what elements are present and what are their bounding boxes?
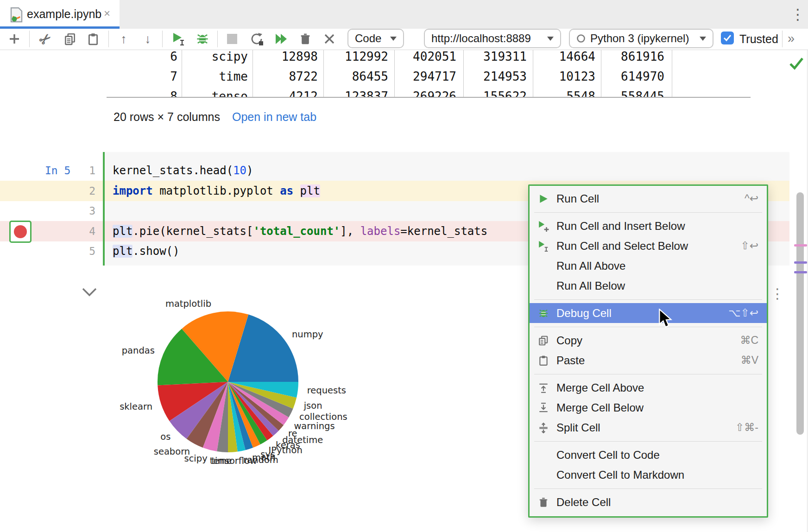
table-cell: 269226 [382, 87, 456, 98]
move-cell-down-button[interactable]: ↓ [139, 31, 156, 47]
pie-chart-output: numpymatplotlibpandassklearnosseabornsci… [56, 276, 426, 498]
menu-item-label: Copy [556, 334, 582, 347]
table-cell: 558445 [590, 87, 664, 98]
code-token: as [280, 184, 293, 197]
run-cell-button[interactable] [170, 31, 186, 47]
table-row[interactable]: 8tenso42121238372692261556225548558445 [0, 87, 808, 98]
vertical-scrollbar[interactable] [796, 192, 804, 435]
error-stripe-mark[interactable] [794, 271, 807, 273]
pie-label-os: os [160, 431, 170, 442]
tab-close-icon[interactable]: × [104, 0, 110, 28]
menu-item-paste[interactable]: Paste⌘V [530, 350, 767, 370]
menu-item-debug-cell[interactable]: Debug Cell⌥⇧↩ [530, 303, 767, 323]
add-cell-button[interactable] [6, 31, 23, 47]
error-stripe-mark[interactable] [794, 244, 807, 247]
pie-label-sklearn: sklearn [120, 401, 152, 412]
stop-kernel-button[interactable] [224, 31, 240, 47]
menu-item-run-cell-and-insert-below[interactable]: Run Cell and Insert Below [530, 216, 767, 236]
run-all-icon [274, 32, 288, 45]
chevron-down-icon [547, 37, 554, 41]
toolbar-separator [217, 31, 218, 47]
restart-kernel-button[interactable] [248, 31, 265, 47]
delete-cell-button[interactable] [297, 31, 314, 47]
breakpoint-icon[interactable] [14, 225, 27, 238]
code-token: plt [113, 245, 133, 258]
menu-separator [530, 296, 767, 303]
bug-icon [538, 307, 552, 319]
menu-item-split-cell[interactable]: Split Cell⇧⌘- [530, 418, 767, 437]
run-all-cells-button[interactable] [273, 31, 290, 47]
menu-item-run-all-below[interactable]: Run All Below [530, 276, 767, 296]
cell-options-kebab-icon[interactable]: ⋮ [769, 282, 786, 308]
move-cell-up-button[interactable]: ↑ [115, 31, 132, 47]
table-cell: 7 [103, 67, 177, 86]
menu-item-label: Run All Above [556, 260, 625, 272]
code-line[interactable]: plt.pie(kernel_stats['total_count'], lab… [113, 222, 487, 241]
code-line[interactable]: import matplotlib.pyplot as plt [113, 181, 320, 201]
menu-item-run-cell-and-select-below[interactable]: Run Cell and Select Below⇧↩ [530, 236, 767, 256]
menu-item-label: Merge Cell Above [556, 381, 644, 394]
line-number[interactable]: 3 [69, 201, 95, 221]
line-number[interactable]: 4 [69, 222, 95, 241]
jupyter-server-dropdown[interactable]: http://localhost:8889 [424, 29, 561, 48]
kernel-dropdown[interactable]: Python 3 (ipykernel) [569, 29, 713, 48]
open-in-new-tab-link[interactable]: Open in new tab [232, 110, 316, 124]
table-row[interactable]: 7time87228645529471721495310123614970 [0, 67, 808, 86]
paste-cell-button[interactable] [85, 31, 101, 47]
tab-example-ipynb[interactable]: example.ipynb × [0, 0, 120, 29]
table-cell: scipy [174, 50, 248, 66]
merge-below-icon [538, 402, 552, 414]
menu-item-convert-cell-to-code[interactable]: Convert Cell to Code [530, 445, 767, 465]
menu-item-label: Run Cell and Insert Below [556, 220, 685, 233]
copy-cell-button[interactable] [62, 31, 78, 47]
code-token: 'total_count' [253, 225, 340, 238]
run-icon [170, 32, 185, 46]
menu-item-convert-cell-to-markdown[interactable]: Convert Cell to Markdown [530, 465, 767, 485]
table-cell: 8722 [244, 67, 318, 86]
more-actions-chevron[interactable]: » [788, 29, 795, 49]
table-cell: 614970 [590, 67, 664, 86]
kernel-name-value: Python 3 (ipykernel) [590, 32, 689, 45]
trusted-checkbox[interactable] [721, 32, 734, 44]
table-cell: 402051 [382, 50, 456, 66]
menu-separator [530, 209, 767, 216]
code-token: =kernel_stats [400, 225, 487, 238]
code-line[interactable]: kernel_stats.head(10) [113, 161, 253, 181]
table-cell: 214953 [453, 67, 527, 86]
table-cell: 14664 [521, 50, 595, 66]
toolbar-separator [108, 31, 109, 47]
play-icon [538, 193, 552, 205]
menu-item-merge-cell-above[interactable]: Merge Cell Above [530, 378, 767, 398]
code-token: plt [113, 225, 133, 238]
menu-item-run-cell[interactable]: Run Cell^↩ [530, 189, 767, 209]
execution-count-label: In 5 [45, 161, 70, 181]
interrupt-kernel-button[interactable] [321, 31, 338, 47]
menu-item-shortcut: ⇧↩ [740, 240, 758, 252]
code-token: .pie(kernel_stats[ [133, 225, 253, 238]
code-line[interactable]: plt.show() [113, 241, 180, 261]
cell-type-dropdown[interactable]: Code [347, 29, 404, 48]
table-column-divider [182, 50, 182, 98]
line-number[interactable]: 2 [69, 181, 95, 201]
line-number[interactable]: 5 [69, 241, 95, 261]
debug-cell-button[interactable] [194, 31, 211, 47]
line-number[interactable]: 1 [69, 161, 95, 181]
plus-icon [8, 33, 20, 45]
table-cell: 6 [103, 50, 177, 66]
code-token: plt [300, 184, 320, 197]
cell-selection-bar [103, 152, 105, 266]
menu-item-merge-cell-below[interactable]: Merge Cell Below [530, 398, 767, 418]
menu-item-delete-cell[interactable]: Delete Cell [530, 492, 767, 512]
cut-cell-button[interactable]: ✂ [37, 31, 54, 47]
table-row[interactable]: 6scipy1289811299240205131931114664861916 [0, 50, 808, 66]
code-token: ) [246, 164, 253, 177]
menu-item-shortcut: ⌥⇧↩ [728, 307, 758, 319]
table-summary-row: 20 rows × 7 columns Open in new tab [114, 109, 316, 124]
menu-item-label: Run All Below [556, 279, 625, 292]
menu-item-copy[interactable]: Copy⌘C [530, 330, 767, 350]
table-cell: time [174, 67, 248, 86]
pie-label-scipy: scipy [184, 453, 207, 464]
error-stripe-mark[interactable] [794, 261, 807, 264]
menu-item-run-all-above[interactable]: Run All Above [530, 256, 767, 276]
tab-options-kebab-icon[interactable]: ⋮ [789, 4, 807, 26]
